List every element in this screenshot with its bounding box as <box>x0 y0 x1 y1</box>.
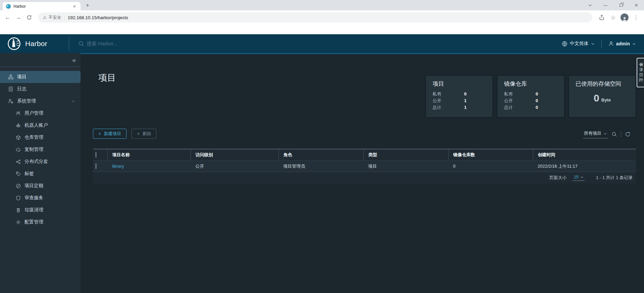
page-size-select[interactable]: 15 <box>573 174 584 181</box>
tab-title: Harbor <box>13 4 72 9</box>
projects-icon <box>8 74 13 80</box>
column-header-name: 项目名称 <box>107 149 191 161</box>
sidebar-item-registries[interactable]: 仓库管理 <box>0 131 81 143</box>
gear-icon <box>16 220 21 225</box>
column-header-repo-count: 镜像仓库数 <box>448 149 533 161</box>
event-log-tab-label: 事件日志 <box>638 62 644 83</box>
event-log-tab[interactable]: 事件日志 <box>637 58 644 87</box>
filter-selected-label: 所有项目 <box>584 130 601 136</box>
card-label: 总计 <box>504 104 536 111</box>
user-menu[interactable]: admin <box>608 41 636 46</box>
url-field[interactable]: ⚠ 不安全 | 192.168.10.15/harbor/projects <box>38 12 592 23</box>
sidebar-item-garbage-collection[interactable]: 垃圾清理 <box>0 204 81 216</box>
storage-unit: Byte <box>601 97 611 102</box>
sidebar-item-labels[interactable]: 标签 <box>0 168 81 180</box>
sidebar-item-projects[interactable]: 项目 <box>0 71 81 83</box>
search-icon[interactable] <box>611 131 617 137</box>
profile-avatar[interactable] <box>620 13 629 22</box>
records-summary: 1 - 1 共计 1 条记录 <box>596 175 633 181</box>
card-label: 公开 <box>433 97 464 104</box>
card-value: 0 <box>464 91 466 97</box>
trash-icon <box>16 208 21 213</box>
back-icon[interactable]: ← <box>3 13 12 22</box>
logs-icon <box>8 86 13 92</box>
sidebar-item-replications[interactable]: 复制管理 <box>0 143 81 156</box>
global-search[interactable]: 搜索 Harbor... <box>78 41 562 47</box>
globe-icon <box>562 41 567 47</box>
sidebar-item-label: 项目 <box>17 74 27 80</box>
url-divider: | <box>64 15 65 20</box>
tag-icon <box>16 171 21 176</box>
search-placeholder: 搜索 Harbor... <box>87 41 117 47</box>
cross-icon: × <box>137 131 140 136</box>
delete-label: 删除 <box>142 131 151 137</box>
security-label[interactable]: 不安全 <box>49 15 61 20</box>
storage-value: 0 <box>594 92 599 103</box>
security-warning-icon: ⚠ <box>43 15 47 20</box>
url-text[interactable]: 192.168.10.15/harbor/projects <box>68 15 128 20</box>
card-label: 私有 <box>433 91 464 97</box>
cell-type: 项目 <box>363 161 448 172</box>
row-checkbox[interactable] <box>96 163 96 169</box>
sidebar-item-project-quotas[interactable]: 项目定额 <box>0 180 81 192</box>
sidebar-item-label: 分布式分发 <box>24 159 48 165</box>
forward-icon[interactable]: → <box>14 13 23 22</box>
bookmarks-bar <box>0 25 644 34</box>
sidebar-item-label: 配置管理 <box>24 219 43 225</box>
table-footer-row: 页面大小 15 1 - 1 共计 1 条记录 <box>93 172 636 183</box>
new-project-button[interactable]: + 新建项目 <box>93 129 127 139</box>
registry-icon <box>16 135 21 140</box>
sidebar-item-administration[interactable]: 系统管理 <box>0 95 81 107</box>
reload-icon[interactable] <box>25 13 34 22</box>
new-tab-button[interactable]: + <box>83 1 92 10</box>
window-restore-button[interactable] <box>613 0 629 10</box>
sidebar-item-interrogation-services[interactable]: 审查服务 <box>0 192 81 204</box>
card-label: 公开 <box>504 97 536 104</box>
distribution-icon <box>16 159 21 164</box>
browser-tab[interactable]: Harbor × <box>3 2 81 10</box>
refresh-icon[interactable] <box>625 131 631 137</box>
storage-card: 已使用的存储空间 0Byte <box>568 75 636 118</box>
project-link[interactable]: library <box>107 161 191 172</box>
share-icon[interactable] <box>597 13 606 22</box>
sidebar-item-label: 机器人账户 <box>24 122 48 128</box>
admin-icon <box>8 98 13 104</box>
bookmark-star-icon[interactable]: ☆ <box>608 13 618 22</box>
sidebar-item-label: 审查服务 <box>24 195 43 201</box>
sidebar-item-robot-accounts[interactable]: 机器人账户 <box>0 119 81 131</box>
table-row: library 公开 项目管理员 项目 0 2022/2/16 上午11:17 <box>93 161 636 172</box>
column-header-created: 创建时间 <box>533 149 636 161</box>
card-value: 0 <box>536 104 538 111</box>
window-chevron-icon[interactable] <box>582 0 598 10</box>
sidebar-item-label: 标签 <box>24 171 34 177</box>
sidebar-item-configuration[interactable]: 配置管理 <box>0 216 81 228</box>
card-value: 0 <box>536 97 538 104</box>
chevron-down-icon <box>580 175 584 179</box>
sidebar-item-label: 用户管理 <box>24 110 43 116</box>
column-header-type: 类型 <box>363 149 448 161</box>
delete-button[interactable]: × 删除 <box>132 129 156 139</box>
header-divider <box>601 40 602 48</box>
filter-divider <box>621 131 621 137</box>
language-menu[interactable]: 中文简体 <box>562 41 595 47</box>
harbor-brand[interactable]: Harbor <box>0 37 69 50</box>
card-title: 镜像仓库 <box>504 80 557 88</box>
chevron-down-icon <box>603 132 607 135</box>
browser-menu-icon[interactable]: ⋮ <box>631 13 641 22</box>
table-header-row: 项目名称 访问级别 角色 类型 镜像仓库数 创建时间 <box>93 149 636 161</box>
window-minimize-button[interactable]: — <box>598 0 613 10</box>
sidebar-item-label: 仓库管理 <box>24 134 43 140</box>
card-title: 项目 <box>433 80 486 88</box>
sidebar-collapse-icon[interactable]: « <box>72 57 76 63</box>
sidebar-item-distributions[interactable]: 分布式分发 <box>0 156 81 168</box>
replication-icon <box>16 147 21 152</box>
header-divider <box>69 37 69 50</box>
project-filter-select[interactable]: 所有项目 <box>583 130 608 138</box>
window-close-button[interactable]: × <box>629 0 644 10</box>
card-label: 私有 <box>504 91 536 97</box>
select-all-checkbox[interactable] <box>96 152 96 158</box>
sidebar-item-users[interactable]: 用户管理 <box>0 107 81 119</box>
tab-close-icon[interactable]: × <box>72 4 77 9</box>
page-title: 项目 <box>98 72 116 84</box>
sidebar-item-logs[interactable]: 日志 <box>0 83 81 95</box>
